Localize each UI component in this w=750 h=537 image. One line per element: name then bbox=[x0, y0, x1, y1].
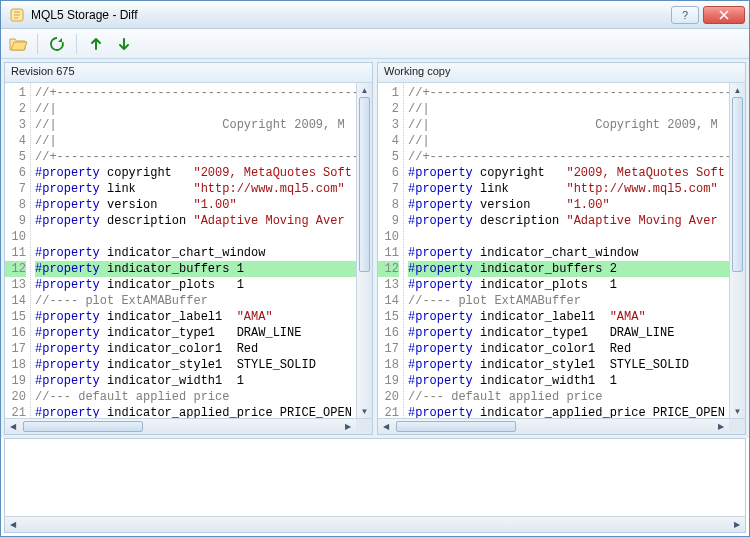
scroll-up-icon[interactable]: ▲ bbox=[730, 83, 745, 97]
diff-window: MQL5 Storage - Diff ? Revision 675 12345… bbox=[0, 0, 750, 537]
scroll-up-icon[interactable]: ▲ bbox=[357, 83, 372, 97]
left-code-area[interactable]: 1234567891011121314151617181920212223 //… bbox=[5, 83, 372, 418]
left-pane-header: Revision 675 bbox=[5, 63, 372, 83]
left-code[interactable]: //+-------------------------------------… bbox=[31, 83, 356, 418]
diff-panes: Revision 675 123456789101112131415161718… bbox=[1, 59, 749, 438]
help-button[interactable]: ? bbox=[671, 6, 699, 24]
scroll-right-icon[interactable]: ▶ bbox=[729, 517, 745, 532]
left-hscrollbar[interactable]: ◀ ▶ bbox=[5, 418, 372, 434]
scroll-right-icon[interactable]: ▶ bbox=[713, 419, 729, 434]
scroll-down-icon[interactable]: ▼ bbox=[730, 404, 745, 418]
hscroll-thumb[interactable] bbox=[23, 421, 143, 432]
scroll-left-icon[interactable]: ◀ bbox=[5, 419, 21, 434]
window-buttons: ? bbox=[671, 6, 745, 24]
scroll-right-icon[interactable]: ▶ bbox=[340, 419, 356, 434]
toolbar-separator bbox=[76, 34, 77, 54]
toolbar bbox=[1, 29, 749, 59]
right-pane-header: Working copy bbox=[378, 63, 745, 83]
refresh-button[interactable] bbox=[46, 33, 68, 55]
prev-diff-button[interactable] bbox=[85, 33, 107, 55]
bottom-content[interactable] bbox=[5, 439, 745, 516]
scroll-thumb[interactable] bbox=[732, 97, 743, 272]
window-title: MQL5 Storage - Diff bbox=[31, 8, 671, 22]
hscroll-thumb[interactable] bbox=[396, 421, 516, 432]
next-diff-button[interactable] bbox=[113, 33, 135, 55]
scroll-thumb[interactable] bbox=[359, 97, 370, 272]
scroll-down-icon[interactable]: ▼ bbox=[357, 404, 372, 418]
scroll-left-icon[interactable]: ◀ bbox=[5, 517, 21, 532]
title-bar[interactable]: MQL5 Storage - Diff ? bbox=[1, 1, 749, 29]
toolbar-separator bbox=[37, 34, 38, 54]
left-pane: Revision 675 123456789101112131415161718… bbox=[4, 62, 373, 435]
right-hscrollbar[interactable]: ◀ ▶ bbox=[378, 418, 745, 434]
bottom-hscrollbar[interactable]: ◀ ▶ bbox=[5, 516, 745, 532]
left-vscrollbar[interactable]: ▲ ▼ bbox=[356, 83, 372, 418]
bottom-panel: ◀ ▶ bbox=[4, 438, 746, 533]
left-gutter: 1234567891011121314151617181920212223 bbox=[5, 83, 31, 418]
right-pane: Working copy 123456789101112131415161718… bbox=[377, 62, 746, 435]
right-code-area[interactable]: 1234567891011121314151617181920212223 //… bbox=[378, 83, 745, 418]
scroll-left-icon[interactable]: ◀ bbox=[378, 419, 394, 434]
right-gutter: 1234567891011121314151617181920212223 bbox=[378, 83, 404, 418]
close-button[interactable] bbox=[703, 6, 745, 24]
right-vscrollbar[interactable]: ▲ ▼ bbox=[729, 83, 745, 418]
right-code[interactable]: //+-------------------------------------… bbox=[404, 83, 729, 418]
app-icon bbox=[9, 7, 25, 23]
open-folder-button[interactable] bbox=[7, 33, 29, 55]
